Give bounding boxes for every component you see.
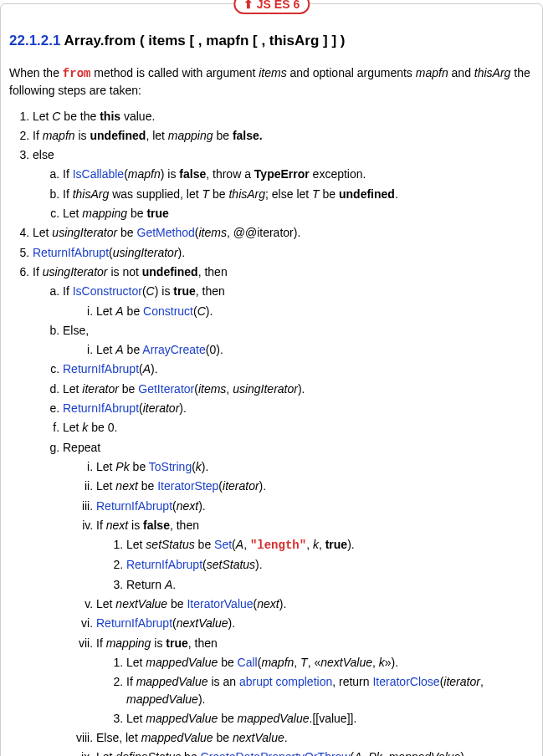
- section-number: 22.1.2.1: [9, 33, 60, 49]
- step-6d: Let iterator be GetIterator(items, using…: [63, 381, 534, 397]
- returnifabrupt-link-2[interactable]: ReturnIfAbrupt: [63, 362, 139, 375]
- step-6g-vii: If mapping is true, then Let mappedValue…: [96, 635, 534, 727]
- iteratorvalue-link[interactable]: IteratorValue: [187, 597, 253, 610]
- step-6g-vii-3: Let mappedValue be mappedValue.[[value]]…: [126, 710, 534, 727]
- construct-link[interactable]: Construct: [143, 304, 193, 318]
- tostring-link[interactable]: ToString: [149, 460, 192, 473]
- section-heading: 22.1.2.1 Array.from ( items [ , mapfn [ …: [9, 33, 534, 49]
- returnifabrupt-link-4[interactable]: ReturnIfAbrupt: [96, 499, 172, 513]
- step-6b: Else, Let A be ArrayCreate(0).: [63, 322, 534, 359]
- step-3b: If thisArg was supplied, let T be thisAr…: [63, 186, 534, 202]
- badge-label: JS ES 6: [257, 0, 300, 11]
- step-6g-iv-2: ReturnIfAbrupt(setStatus).: [126, 556, 534, 573]
- step-6g-v: Let nextValue be IteratorValue(next).: [96, 595, 534, 612]
- step-4: Let usingIterator be GetMethod(items, @@…: [33, 224, 534, 241]
- call-link[interactable]: Call: [238, 656, 258, 669]
- step-6a-i: Let A be Construct(C).: [96, 303, 534, 319]
- step-6e: ReturnIfAbrupt(iterator).: [63, 400, 534, 416]
- step-6g-vii-2: If mappedValue is an abrupt completion, …: [126, 673, 534, 707]
- section-title: Array.from ( items [ , mapfn [ , thisArg…: [60, 33, 345, 49]
- returnifabrupt-link[interactable]: ReturnIfAbrupt: [33, 246, 109, 259]
- step-6g-ix: Let defineStatus be CreateDataPropertyOr…: [96, 748, 534, 756]
- js-es6-badge[interactable]: ⬆JS ES 6: [233, 0, 310, 14]
- createdatapropertyorthrow-link[interactable]: CreateDataPropertyOrThrow: [201, 750, 351, 756]
- getiterator-link[interactable]: GetIterator: [138, 382, 194, 396]
- step-6g-ii: Let next be IteratorStep(iterator).: [96, 478, 534, 494]
- step-6a: If IsConstructor(C) is true, then Let A …: [63, 283, 534, 319]
- intro-paragraph: When the from method is called with argu…: [9, 64, 534, 100]
- from-keyword: from: [63, 67, 91, 80]
- step-6b-i: Let A be ArrayCreate(0).: [96, 341, 534, 358]
- getmethod-link[interactable]: GetMethod: [137, 226, 195, 239]
- step-6c: ReturnIfAbrupt(A).: [63, 360, 534, 377]
- step-6g-iv: If next is false, then Let setStatus be …: [96, 517, 534, 593]
- returnifabrupt-link-6[interactable]: ReturnIfAbrupt: [96, 616, 172, 630]
- step-6g-iii: ReturnIfAbrupt(next).: [96, 498, 534, 514]
- iteratorstep-link[interactable]: IteratorStep: [157, 479, 218, 493]
- iteratorclose-link[interactable]: IteratorClose: [372, 675, 439, 688]
- step-6g-iv-3: Return A.: [126, 576, 534, 593]
- step-3a: If IsCallable(mapfn) is false, throw a T…: [63, 166, 534, 182]
- step-6g-vii-1: Let mappedValue be Call(mapfn, T, «nextV…: [126, 654, 534, 671]
- returnifabrupt-link-5[interactable]: ReturnIfAbrupt: [126, 558, 202, 571]
- iscallable-link[interactable]: IsCallable: [73, 167, 124, 181]
- step-6f: Let k be 0.: [63, 419, 534, 436]
- step-6g-iv-1: Let setStatus be Set(A, "length", k, tru…: [126, 536, 534, 554]
- step-6g: Repeat Let Pk be ToString(k). Let next b…: [63, 439, 534, 756]
- step-6: If usingIterator is not undefined, then …: [33, 263, 534, 756]
- step-2: If mapfn is undefined, let mapping be fa…: [33, 127, 534, 144]
- arraycreate-link[interactable]: ArrayCreate: [142, 343, 205, 356]
- spec-container: ⬆JS ES 6 22.1.2.1 Array.from ( items [ ,…: [0, 3, 543, 756]
- step-6g-viii: Else, let mappedValue be nextValue.: [96, 729, 534, 746]
- up-arrow-icon: ⬆: [243, 0, 254, 11]
- step-1: Let C be the this value.: [33, 108, 534, 125]
- abrupt-completion-link[interactable]: abrupt completion: [239, 675, 332, 688]
- algorithm-steps: Let C be the this value. If mapfn is und…: [9, 108, 534, 756]
- returnifabrupt-link-3[interactable]: ReturnIfAbrupt: [63, 401, 139, 415]
- step-3c: Let mapping be true: [63, 205, 534, 222]
- step-5: ReturnIfAbrupt(usingIterator).: [33, 244, 534, 261]
- step-6g-i: Let Pk be ToString(k).: [96, 458, 534, 475]
- step-3: else If IsCallable(mapfn) is false, thro…: [33, 146, 534, 222]
- isconstructor-link[interactable]: IsConstructor: [73, 284, 142, 298]
- set-link[interactable]: Set: [214, 538, 232, 551]
- step-6g-vi: ReturnIfAbrupt(nextValue).: [96, 615, 534, 631]
